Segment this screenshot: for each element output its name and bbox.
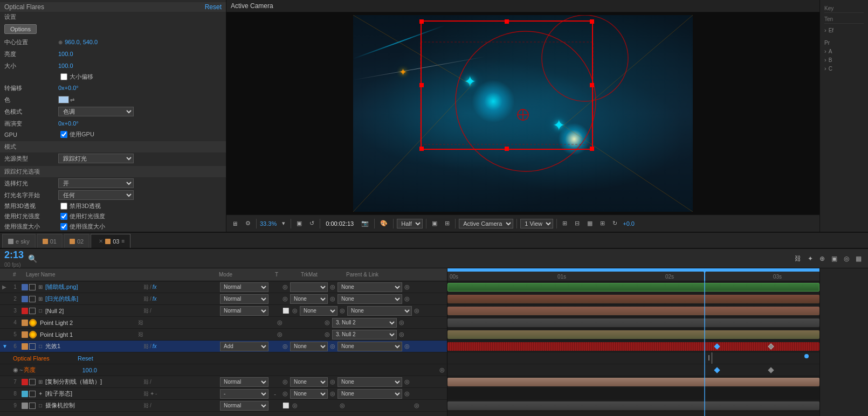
- optical-flares-reset[interactable]: Reset: [78, 355, 93, 362]
- rotate-offset-value[interactable]: 0x+0.0°: [58, 85, 222, 91]
- key-item-pr[interactable]: Pr: [824, 39, 864, 47]
- tl-icon-chain[interactable]: ⛓: [793, 254, 803, 264]
- vp-zoom-dropdown[interactable]: ▾: [280, 219, 287, 228]
- layer-row-4[interactable]: 4 Point Light 2 ⛓ ◎ ◎ 3. Null 2 ◎: [0, 317, 447, 329]
- vp-res-btn[interactable]: ▣: [430, 219, 439, 228]
- layer-6-mode[interactable]: Add: [220, 342, 268, 351]
- layer-8-mode[interactable]: -: [220, 389, 268, 399]
- layer-5-type-icon: [29, 331, 37, 338]
- comp-tab-01[interactable]: 01: [37, 234, 63, 248]
- vp-refresh-btn[interactable]: ↻: [610, 219, 619, 228]
- tl-icon-target[interactable]: ⊕: [817, 254, 827, 264]
- layer-1-visibility[interactable]: [29, 284, 36, 290]
- layer-3-trkmat[interactable]: None: [300, 306, 337, 316]
- layer-2-visibility[interactable]: [29, 296, 36, 302]
- track-area[interactable]: 00s 01s 02s 03s: [447, 268, 819, 416]
- key-item-2[interactable]: › B: [824, 56, 864, 64]
- layer-4-color: [22, 320, 28, 326]
- layer-6-expand[interactable]: ▼: [2, 343, 9, 349]
- light-name-dropdown[interactable]: 任何: [58, 190, 134, 200]
- use-light-intensity-checkbox[interactable]: [60, 213, 67, 220]
- layer-row-8[interactable]: 8 ✦ [粒子形态] ⛓ ✦ - - - ◎ None ◎ None ◎: [0, 388, 447, 400]
- layer-row-3[interactable]: 3 □ [Null 2] ⛓ / Normal ⬜ ◎ None ◎ None …: [0, 305, 447, 317]
- vp-btn-settings[interactable]: ⚙: [243, 219, 253, 228]
- layer-7-trkmat[interactable]: None: [290, 377, 328, 387]
- layer-row-1[interactable]: ▶ 1 ⊞ [辅助线.png] ⛓ / fx Normal ◎ ◎ None ◎: [0, 281, 447, 293]
- layer-3-mode[interactable]: Normal: [220, 306, 268, 316]
- comp-tab-sky[interactable]: e sky: [2, 234, 36, 248]
- layer-2-parent[interactable]: None: [337, 294, 402, 304]
- comp-tab-02[interactable]: 02: [64, 234, 89, 248]
- layer-7-mode[interactable]: Normal: [220, 377, 268, 387]
- mode-section: 模式: [0, 141, 226, 152]
- tl-icon-grid[interactable]: ▣: [829, 254, 839, 264]
- quality-dropdown[interactable]: Half Full: [397, 219, 423, 228]
- color-mode-dropdown[interactable]: 色调: [58, 107, 134, 116]
- vp-layout2-btn[interactable]: ⊟: [573, 219, 582, 228]
- layer-8-parent[interactable]: None: [337, 389, 402, 399]
- options-button[interactable]: Options: [4, 24, 37, 34]
- reset-button[interactable]: Reset: [205, 3, 222, 11]
- layer-6-visibility[interactable]: [29, 343, 36, 350]
- animation-value[interactable]: 0x+0.0°: [58, 120, 222, 127]
- key-item-1[interactable]: › A: [824, 47, 864, 56]
- light-source-dropdown[interactable]: 跟踪灯光: [58, 154, 134, 163]
- zoom-level[interactable]: 33.3%: [260, 220, 277, 227]
- tl-icon-table[interactable]: ▦: [853, 254, 864, 264]
- layer-row-2[interactable]: 2 ⊞ [归光的线条] ⛓ / fx Normal ◎ None ◎ None …: [0, 293, 447, 305]
- vp-layout-btn[interactable]: ⊞: [560, 219, 569, 228]
- layer-row-7[interactable]: 7 ⊞ [复制分割线（辅助）] ⛓ / Normal ◎ None ◎ None…: [0, 376, 447, 388]
- layer-7-parent[interactable]: None: [337, 377, 402, 387]
- layer-7-visibility[interactable]: [29, 379, 36, 385]
- center-pos-value[interactable]: 960.0, 540.0: [65, 39, 222, 45]
- brightness-value[interactable]: 100.0: [58, 51, 222, 57]
- layer-row-6[interactable]: ▼ 6 □ 光效1 ⛓ / fx Add ◎ None ◎ None ◎: [0, 341, 447, 352]
- layer-1-parent[interactable]: None: [337, 282, 402, 292]
- layer-1-mode[interactable]: Normal: [220, 282, 268, 292]
- layer-2-trkmat[interactable]: None: [290, 294, 328, 304]
- layer-5-parent[interactable]: 3. Null 2: [332, 330, 397, 339]
- vp-res2-btn[interactable]: ⊞: [443, 219, 452, 228]
- vp-btn-monitor[interactable]: 🖥: [230, 219, 240, 228]
- use-intensity-size-checkbox[interactable]: [60, 223, 67, 230]
- size-value[interactable]: 100.0: [58, 63, 222, 69]
- view-count-dropdown[interactable]: 1 View: [520, 219, 553, 228]
- vp-loop-btn[interactable]: ↺: [307, 219, 316, 228]
- color-swatch[interactable]: ⇄: [58, 96, 74, 103]
- layer-6-trkmat[interactable]: None: [290, 342, 328, 351]
- viewport-canvas[interactable]: ✦ ✦ ✦: [226, 12, 819, 214]
- vp-color-btn[interactable]: 🎨: [378, 219, 390, 228]
- layer-row-9[interactable]: 9 □ 摄像机控制 ⛓ / Normal ⬜ ◎ ◎ ◎: [0, 400, 447, 412]
- layer-6-parent[interactable]: None: [337, 342, 402, 351]
- comp-tab-03[interactable]: ✕ 03 ≡: [91, 234, 130, 248]
- layer-8-visibility[interactable]: [29, 391, 36, 397]
- vp-safe-btn[interactable]: ▦: [585, 219, 595, 228]
- brightness-sub-value[interactable]: 100.0: [82, 367, 97, 373]
- key-item-3[interactable]: › C: [824, 64, 864, 73]
- tl-icon-circle[interactable]: ◎: [842, 254, 851, 264]
- search-button[interactable]: 🔍: [28, 254, 37, 263]
- layer-4-parent[interactable]: 3. Null 2: [332, 318, 397, 328]
- vp-grid-btn[interactable]: ⊞: [598, 219, 607, 228]
- layer-3-parent[interactable]: None: [347, 306, 412, 316]
- layer-row-5[interactable]: 5 Point Light 1 ⛓ ◎ ◎ 3. Null 2 ◎: [0, 329, 447, 341]
- layer-3-visibility[interactable]: [29, 308, 36, 314]
- key-item-ef[interactable]: › Ef: [824, 26, 864, 34]
- vp-fit-btn[interactable]: ▣: [294, 219, 304, 228]
- layer-1-expand[interactable]: ▶: [2, 284, 9, 290]
- camera-dropdown[interactable]: Active Camera: [459, 219, 513, 228]
- select-light-dropdown[interactable]: 开: [58, 178, 134, 188]
- layer-2-mode[interactable]: Normal: [220, 294, 268, 304]
- size-offset-checkbox[interactable]: [60, 73, 67, 80]
- ruler-01s: 01s: [557, 274, 566, 280]
- vp-snapshot-btn[interactable]: 📷: [359, 219, 371, 228]
- layer-1-trkmat[interactable]: [290, 282, 328, 292]
- disable-3d-checkbox[interactable]: [60, 203, 67, 210]
- layer-8-trkmat[interactable]: None: [290, 389, 328, 399]
- layer-9-mode[interactable]: Normal: [220, 401, 268, 411]
- tl-icon-star[interactable]: ✦: [805, 254, 815, 264]
- gpu-checkbox[interactable]: [60, 131, 67, 138]
- color-box[interactable]: [58, 96, 69, 103]
- layer-9-visibility[interactable]: [29, 403, 36, 409]
- layer-6-icons: ⛓ / fx: [143, 343, 219, 349]
